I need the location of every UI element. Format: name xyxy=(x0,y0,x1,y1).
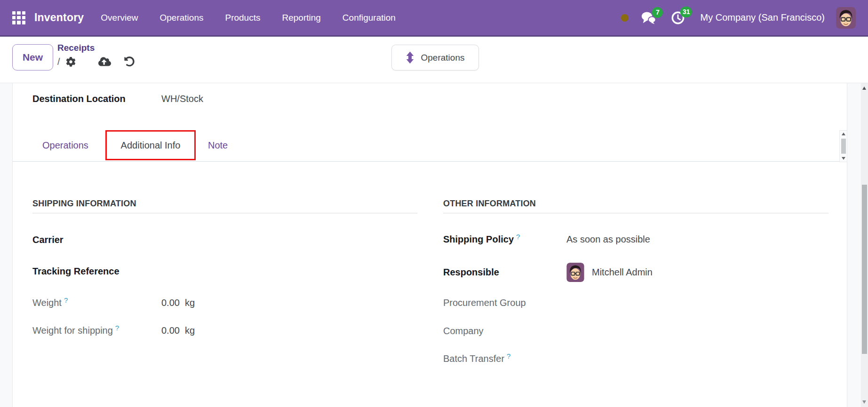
main-menu: Overview Operations Products Reporting C… xyxy=(101,8,417,28)
discard-undo-icon[interactable] xyxy=(124,56,135,67)
tab-operations[interactable]: Operations xyxy=(42,130,88,160)
header-scrollbar-thumb[interactable] xyxy=(841,139,846,154)
destination-location-field: Destination Location WH/Stock xyxy=(32,94,203,104)
form-view: Destination Location WH/Stock Operations… xyxy=(0,83,868,407)
form-sheet: Destination Location WH/Stock Operations… xyxy=(12,83,847,407)
other-section-title: OTHER INFORMATION xyxy=(443,199,828,209)
company-label: Company xyxy=(443,326,566,337)
navbar-left: Inventory Overview Operations Products R… xyxy=(12,8,417,28)
breadcrumb: Receipts / xyxy=(57,43,135,68)
shipping-policy-value[interactable]: As soon as possible xyxy=(566,234,650,245)
notebook-tab-bar: Operations Additional Info Note xyxy=(13,130,847,162)
menu-operations[interactable]: Operations xyxy=(160,8,204,28)
gear-icon[interactable] xyxy=(66,57,76,67)
shipping-policy-label: Shipping Policy xyxy=(443,234,514,244)
activities-button[interactable]: 31 xyxy=(671,11,685,25)
section-divider xyxy=(443,213,828,213)
weight-label-wrap: Weight? xyxy=(32,297,161,308)
batch-transfer-label: Batch Transfer xyxy=(443,353,504,364)
tracking-reference-field: Tracking Reference xyxy=(32,266,161,277)
help-icon: ? xyxy=(516,233,520,241)
scroll-down-icon[interactable] xyxy=(842,157,845,160)
apps-grid-icon[interactable] xyxy=(12,11,25,24)
responsible-field: Responsible Mitchell Admin xyxy=(443,263,653,282)
menu-reporting[interactable]: Reporting xyxy=(282,8,320,28)
responsible-value-wrap: Mitchell Admin xyxy=(566,263,653,282)
app-name[interactable]: Inventory xyxy=(34,11,84,24)
carrier-field: Carrier xyxy=(32,235,161,245)
shipping-policy-field: Shipping Policy? As soon as possible xyxy=(443,234,650,245)
scrollbar-up-icon[interactable] xyxy=(862,86,866,90)
company-field: Company xyxy=(443,326,566,337)
breadcrumb-actions-row: / xyxy=(57,55,135,68)
header-scrollbar[interactable] xyxy=(839,130,847,162)
batch-transfer-label-wrap: Batch Transfer? xyxy=(443,353,566,364)
user-avatar[interactable] xyxy=(836,7,856,29)
status-dot-icon[interactable] xyxy=(621,14,629,22)
procurement-group-field: Procurement Group xyxy=(443,297,566,308)
save-cloud-icon[interactable] xyxy=(98,56,111,67)
shipping-information-section: SHIPPING INFORMATION Carrier Tracking Re… xyxy=(32,199,417,213)
breadcrumb-separator: / xyxy=(57,56,60,67)
scrollbar-thumb[interactable] xyxy=(862,185,867,354)
tab-note[interactable]: Note xyxy=(208,130,228,160)
menu-configuration[interactable]: Configuration xyxy=(342,8,396,28)
weight-for-shipping-label-wrap: Weight for shipping? xyxy=(32,325,161,336)
breadcrumb-receipts-link[interactable]: Receipts xyxy=(57,43,95,53)
responsible-value[interactable]: Mitchell Admin xyxy=(592,267,653,278)
menu-overview[interactable]: Overview xyxy=(101,8,138,28)
help-icon: ? xyxy=(507,352,510,360)
up-down-arrow-icon xyxy=(406,51,414,64)
weight-label: Weight xyxy=(32,297,62,308)
responsible-label: Responsible xyxy=(443,267,566,278)
messages-button[interactable]: 7 xyxy=(641,11,656,24)
weight-for-shipping-unit: kg xyxy=(185,325,195,336)
help-icon: ? xyxy=(115,324,119,332)
weight-for-shipping-label: Weight for shipping xyxy=(32,325,113,336)
shipping-policy-label-wrap: Shipping Policy? xyxy=(443,234,566,245)
carrier-label: Carrier xyxy=(32,235,161,245)
window-scrollbar[interactable] xyxy=(861,83,868,407)
responsible-avatar[interactable] xyxy=(566,263,584,282)
top-navbar: Inventory Overview Operations Products R… xyxy=(0,0,868,37)
weight-for-shipping-field: Weight for shipping? 0.00kg xyxy=(32,325,195,336)
tracking-reference-label: Tracking Reference xyxy=(32,266,161,277)
company-switcher[interactable]: My Company (San Francisco) xyxy=(700,12,825,23)
scrollbar-down-icon[interactable] xyxy=(862,400,866,404)
scroll-up-icon[interactable] xyxy=(842,133,845,135)
operations-stat-button[interactable]: Operations xyxy=(391,45,479,70)
other-information-section: OTHER INFORMATION Shipping Policy? As so… xyxy=(443,199,828,213)
new-button[interactable]: New xyxy=(12,44,53,70)
weight-field: Weight? 0.00kg xyxy=(32,297,195,308)
batch-transfer-field: Batch Transfer? xyxy=(443,353,566,364)
activities-count-badge: 31 xyxy=(680,7,693,17)
destination-location-label: Destination Location xyxy=(32,94,161,104)
navbar-systray: 7 31 My Company (San Francisco) xyxy=(621,7,856,29)
help-icon: ? xyxy=(64,296,68,304)
tab-additional-info[interactable]: Additional Info xyxy=(105,130,196,160)
procurement-group-label: Procurement Group xyxy=(443,297,566,308)
section-divider xyxy=(32,213,417,213)
weight-value[interactable]: 0.00kg xyxy=(161,297,195,308)
weight-for-shipping-value[interactable]: 0.00kg xyxy=(161,325,195,336)
weight-unit: kg xyxy=(185,297,195,308)
control-panel: New Receipts / Operations xyxy=(0,37,868,83)
stat-button-label: Operations xyxy=(421,53,465,63)
menu-products[interactable]: Products xyxy=(225,8,260,28)
messages-count-badge: 7 xyxy=(652,7,663,18)
destination-location-value[interactable]: WH/Stock xyxy=(161,94,203,104)
shipping-section-title: SHIPPING INFORMATION xyxy=(32,199,417,209)
